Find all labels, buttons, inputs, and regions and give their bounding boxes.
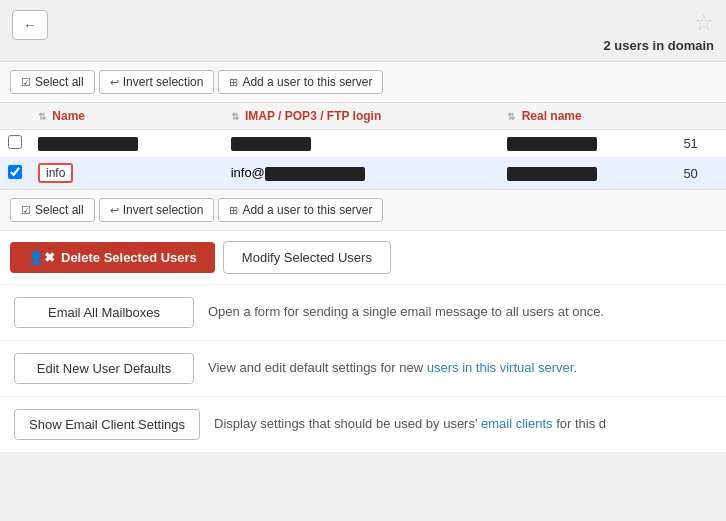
section-btn-2[interactable]: Show Email Client Settings <box>14 409 200 440</box>
col-realname[interactable]: ⇅ Real name <box>499 103 675 130</box>
row-checkbox-cell <box>0 158 30 189</box>
col-num <box>675 103 726 130</box>
highlight-text: users in this virtual server <box>427 360 574 375</box>
section-desc-2: Display settings that should be used by … <box>214 415 606 433</box>
sections-container: Email All MailboxesOpen a form for sendi… <box>0 285 726 453</box>
user-table: ⇅ Name ⇅ IMAP / POP3 / FTP login ⇅ Real … <box>0 103 726 189</box>
row-realname-cell <box>499 158 675 189</box>
add-icon-bottom: ⊞ <box>229 204 238 217</box>
redacted-realname <box>507 137 597 151</box>
redacted-login-domain <box>265 167 365 181</box>
user-login: info@ <box>231 165 265 180</box>
section-btn-0[interactable]: Email All Mailboxes <box>14 297 194 328</box>
highlight-text-2: email clients <box>481 416 553 431</box>
add-user-bottom-button[interactable]: ⊞ Add a user to this server <box>218 198 383 222</box>
row-checkbox-cell <box>0 130 30 158</box>
row-num-cell: 51 <box>675 130 726 158</box>
invert-selection-top-button[interactable]: ↩ Invert selection <box>99 70 215 94</box>
user-name-badge: info <box>38 163 73 183</box>
table-row: infoinfo@50 <box>0 158 726 189</box>
col-realname-label: Real name <box>522 109 582 123</box>
modify-users-button[interactable]: Modify Selected Users <box>223 241 391 274</box>
col-login[interactable]: ⇅ IMAP / POP3 / FTP login <box>223 103 500 130</box>
row-name-cell: info <box>30 158 223 189</box>
name-sort-icon: ⇅ <box>38 111 46 122</box>
row-name-cell <box>30 130 223 158</box>
add-user-top-label: Add a user to this server <box>242 75 372 89</box>
redacted-realname <box>507 167 597 181</box>
col-name-label: Name <box>52 109 85 123</box>
page-wrapper: ← ☆ 2 users in domain ☑ Select all ↩ Inv… <box>0 0 726 521</box>
section-row: Show Email Client SettingsDisplay settin… <box>0 397 726 453</box>
row-num-cell: 50 <box>675 158 726 189</box>
toolbar-bottom: ☑ Select all ↩ Invert selection ⊞ Add a … <box>0 189 726 231</box>
table-row: 51 <box>0 130 726 158</box>
top-bar: ← ☆ 2 users in domain <box>0 0 726 62</box>
col-checkbox <box>0 103 30 130</box>
table-header-row: ⇅ Name ⇅ IMAP / POP3 / FTP login ⇅ Real … <box>0 103 726 130</box>
top-right-info: ☆ 2 users in domain <box>603 10 714 53</box>
invert-selection-top-label: Invert selection <box>123 75 204 89</box>
delete-icon: 👤✖ <box>28 250 55 265</box>
col-name[interactable]: ⇅ Name <box>30 103 223 130</box>
col-login-label: IMAP / POP3 / FTP login <box>245 109 381 123</box>
redacted-login <box>231 137 311 151</box>
invert-icon: ↩ <box>110 76 119 89</box>
section-btn-1[interactable]: Edit New User Defaults <box>14 353 194 384</box>
action-row: 👤✖ Delete Selected Users Modify Selected… <box>0 231 726 285</box>
add-icon-top: ⊞ <box>229 76 238 89</box>
select-all-top-button[interactable]: ☑ Select all <box>10 70 95 94</box>
checkbox-icon-bottom: ☑ <box>21 204 31 217</box>
row-checkbox[interactable] <box>8 135 22 149</box>
row-login-cell: info@ <box>223 158 500 189</box>
add-user-bottom-label: Add a user to this server <box>242 203 372 217</box>
section-row: Email All MailboxesOpen a form for sendi… <box>0 285 726 341</box>
invert-selection-bottom-label: Invert selection <box>123 203 204 217</box>
select-all-top-label: Select all <box>35 75 84 89</box>
add-user-top-button[interactable]: ⊞ Add a user to this server <box>218 70 383 94</box>
row-realname-cell <box>499 130 675 158</box>
login-sort-icon: ⇅ <box>231 111 239 122</box>
row-checkbox[interactable] <box>8 165 22 179</box>
row-login-cell <box>223 130 500 158</box>
modify-users-label: Modify Selected Users <box>242 250 372 265</box>
user-count: 2 users in domain <box>603 38 714 53</box>
select-all-bottom-button[interactable]: ☑ Select all <box>10 198 95 222</box>
section-row: Edit New User DefaultsView and edit defa… <box>0 341 726 397</box>
toolbar-top: ☑ Select all ↩ Invert selection ⊞ Add a … <box>0 62 726 103</box>
redacted-name <box>38 137 138 151</box>
section-desc-0: Open a form for sending a single email m… <box>208 303 604 321</box>
back-icon: ← <box>23 17 37 33</box>
delete-users-button[interactable]: 👤✖ Delete Selected Users <box>10 242 215 273</box>
invert-selection-bottom-button[interactable]: ↩ Invert selection <box>99 198 215 222</box>
user-table-wrapper: ⇅ Name ⇅ IMAP / POP3 / FTP login ⇅ Real … <box>0 103 726 189</box>
main-content: ☑ Select all ↩ Invert selection ⊞ Add a … <box>0 62 726 453</box>
checkbox-icon: ☑ <box>21 76 31 89</box>
domain-info: 2 users in domain <box>603 38 714 53</box>
delete-users-label: Delete Selected Users <box>61 250 197 265</box>
invert-icon-bottom: ↩ <box>110 204 119 217</box>
select-all-bottom-label: Select all <box>35 203 84 217</box>
star-icon[interactable]: ☆ <box>694 10 714 36</box>
realname-sort-icon: ⇅ <box>507 111 515 122</box>
back-button[interactable]: ← <box>12 10 48 40</box>
section-desc-1: View and edit default settings for new u… <box>208 359 577 377</box>
